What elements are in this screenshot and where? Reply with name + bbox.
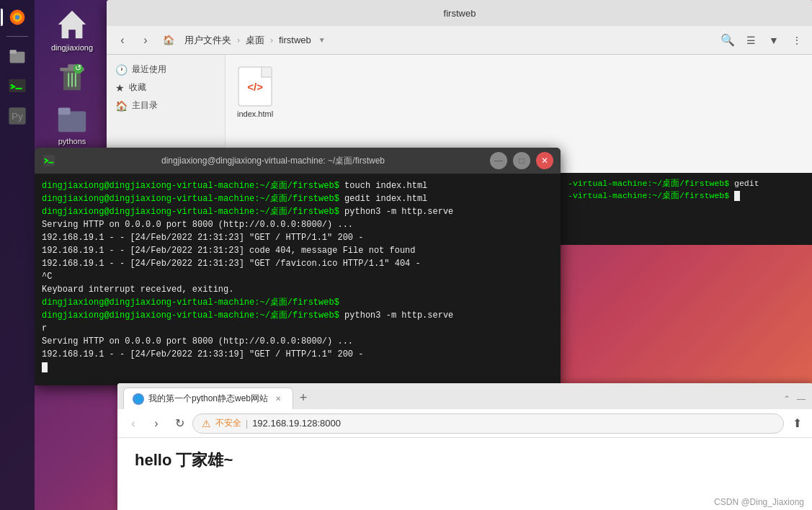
browser-tab-title: 我的第一个python静态web网站: [148, 393, 268, 405]
browser-tab-active[interactable]: 🌐 我的第一个python静态web网站 ✕: [123, 388, 293, 409]
fm-breadcrumb-userfolder[interactable]: 用户文件夹: [180, 32, 236, 48]
taskbar-icon-python[interactable]: Py: [3, 102, 32, 130]
terminal-icon: [42, 153, 56, 168]
browser-window: 🌐 我的第一个python静态web网站 ✕ + ⌃ — ‹ › ↻ ⚠ 不安全…: [117, 383, 812, 510]
fm-file-indexhtml-icon: </>: [238, 66, 272, 107]
taskbar-icon-firefox[interactable]: [3, 3, 32, 32]
svg-text:Py: Py: [12, 111, 23, 122]
term-line-1: dingjiaxiong@dingjiaxiong-virtual-machin…: [42, 179, 553, 192]
browser-refresh-button[interactable]: ↻: [169, 413, 189, 434]
term2-line2: -virtual-machine:~/桌面/firstweb$: [568, 189, 806, 202]
fm-sidebar-home-label: 主目录: [132, 99, 158, 112]
fm-sidebar-recent[interactable]: 🕐 最近使用: [107, 61, 225, 79]
url-warning-text: 不安全: [215, 417, 241, 429]
svg-rect-4: [10, 50, 17, 53]
fm-breadcrumb-dropdown-icon[interactable]: ▼: [318, 36, 326, 44]
term-output-12: r: [42, 322, 553, 335]
term-output-14: 192.168.19.1 - - [24/Feb/2022 21:33:19] …: [42, 348, 553, 361]
desktop-icon-pythons[interactable]: pythons: [43, 101, 101, 146]
taskbar-icon-files[interactable]: [3, 41, 32, 70]
fm-sidebar-favorites-icon: ★: [115, 82, 125, 94]
desktop-icons-area: dingjiaxiong ↺ pythons: [43, 7, 101, 146]
term-output-8: ^C: [42, 270, 553, 283]
browser-newtab-button[interactable]: +: [293, 388, 313, 408]
fm-breadcrumb-home-icon[interactable]: 🏠: [159, 33, 179, 47]
term-output-7: 192.168.19.1 - - [24/Feb/2022 21:31:23] …: [42, 257, 553, 270]
fm-file-indexhtml[interactable]: </> index.html: [237, 66, 273, 118]
fm-file-indexhtml-name: index.html: [237, 109, 273, 118]
term-cmd-2: gedit index.html: [344, 194, 427, 204]
term-line-3: dingjiaxiong@dingjiaxiong-virtual-machin…: [42, 205, 553, 218]
fm-view-options-button[interactable]: ▼: [764, 30, 784, 50]
fm-sidebar-home-icon: 🏠: [115, 100, 128, 112]
url-separator: |: [246, 419, 248, 429]
term2-cmd1: gedit: [734, 179, 759, 188]
fm-sidebar-recent-label: 最近使用: [132, 63, 166, 76]
term-prompt-2: dingjiaxiong@dingjiaxiong-virtual-machin…: [42, 194, 339, 204]
browser-minimize-button[interactable]: —: [795, 393, 807, 405]
browser-urlbar: ‹ › ↻ ⚠ 不安全 | 192.168.19.128:8000 ⬆: [117, 409, 812, 438]
term2-cursor: [734, 191, 740, 201]
terminal-maximize-button[interactable]: □: [513, 152, 530, 169]
fm-breadcrumb-firstweb[interactable]: firstweb: [275, 33, 316, 47]
term-prompt-10: dingjiaxiong@dingjiaxiong-virtual-machin…: [42, 298, 339, 308]
svg-point-2: [15, 15, 19, 19]
browser-tabbar: 🌐 我的第一个python静态web网站 ✕ + ⌃ —: [117, 383, 812, 409]
fm-sidebar-favorites-label: 收藏: [129, 81, 146, 94]
fm-titlebar: firstweb: [107, 0, 812, 26]
browser-forward-button[interactable]: ›: [146, 413, 166, 434]
fm-breadcrumb-sep1: ›: [237, 35, 240, 45]
terminal2-window: -virtual-machine:~/桌面/firstweb$ gedit -v…: [561, 173, 812, 245]
term2-prompt2: -virtual-machine:~/桌面/firstweb$: [568, 191, 729, 200]
term-prompt-11: dingjiaxiong@dingjiaxiong-virtual-machin…: [42, 310, 339, 321]
desktop-icon-home[interactable]: dingjiaxiong: [43, 7, 101, 52]
term-cmd-11: python3 -m http.serve: [344, 310, 453, 321]
fm-toolbar-right: 🔍 ☰ ▼ ⋮: [718, 30, 807, 50]
term-output-5: 192.168.19.1 - - [24/Feb/2022 21:31:23] …: [42, 231, 553, 244]
fm-sidebar-home[interactable]: 🏠 主目录: [107, 97, 225, 115]
term-cmd-1: touch index.html: [344, 181, 427, 191]
term-cursor-line: [42, 361, 553, 374]
terminal2-body: -virtual-machine:~/桌面/firstweb$ gedit -v…: [561, 173, 812, 207]
term-cursor: [42, 362, 48, 372]
fm-view-list-button[interactable]: ☰: [741, 30, 761, 50]
term-output-9: Keyboard interrupt received, exiting.: [42, 283, 553, 296]
url-warning-icon: ⚠: [202, 418, 211, 429]
taskbar: Py: [0, 0, 35, 510]
taskbar-icon-terminal[interactable]: [3, 71, 32, 100]
terminal-minimize-button[interactable]: —: [490, 152, 507, 169]
terminal-close-button[interactable]: ✕: [536, 152, 553, 169]
svg-marker-9: [58, 11, 86, 38]
tab-close-button[interactable]: ✕: [272, 393, 284, 405]
term-output-4: Serving HTTP on 0.0.0.0 port 8000 (http:…: [42, 218, 553, 231]
fm-toolbar: ‹ › 🏠 用户文件夹 › 桌面 › firstweb ▼ 🔍 ☰ ▼ ⋮: [107, 26, 812, 55]
browser-url-bar[interactable]: ⚠ 不安全 | 192.168.19.128:8000: [192, 413, 784, 434]
fm-sidebar-favorites[interactable]: ★ 收藏: [107, 79, 225, 97]
browser-collapse-button[interactable]: ⌃: [781, 393, 793, 405]
fm-sidebar-recent-icon: 🕐: [115, 64, 128, 76]
fm-menu-button[interactable]: ⋮: [787, 30, 807, 50]
term-cmd-3: python3 -m http.serve: [344, 207, 453, 217]
desktop-icon-trash[interactable]: ↺: [43, 59, 101, 94]
fm-back-button[interactable]: ‹: [112, 30, 133, 50]
fm-search-button[interactable]: 🔍: [718, 30, 738, 50]
browser-back-button[interactable]: ‹: [123, 413, 143, 434]
terminal-body[interactable]: dingjiaxiong@dingjiaxiong-virtual-machin…: [35, 174, 561, 385]
browser-footer-text: CSDN @Ding_Jiaxiong: [714, 497, 804, 507]
browser-url-text: 192.168.19.128:8000: [252, 418, 341, 429]
fm-forward-button[interactable]: ›: [135, 30, 156, 50]
browser-page-content: hello 丁家雄~: [135, 451, 233, 469]
term-prompt-3: dingjiaxiong@dingjiaxiong-virtual-machin…: [42, 207, 339, 217]
fm-breadcrumb-desktop[interactable]: 桌面: [241, 32, 269, 48]
fm-breadcrumb: 🏠 用户文件夹 › 桌面 › firstweb ▼: [159, 32, 715, 48]
term-output-6: 192.168.19.1 - - [24/Feb/2022 21:31:23] …: [42, 244, 553, 257]
svg-rect-20: [43, 155, 55, 166]
browser-share-button[interactable]: ⬆: [787, 413, 807, 434]
term-output-13: Serving HTTP on 0.0.0.0 port 8000 (http:…: [42, 335, 553, 348]
home-icon-label: dingjiaxiong: [51, 43, 93, 52]
svg-rect-19: [58, 108, 71, 115]
svg-text:↺: ↺: [75, 63, 81, 72]
terminal-title: dingjiaxiong@dingjiaxiong-virtual-machin…: [62, 155, 484, 167]
term-line-2: dingjiaxiong@dingjiaxiong-virtual-machin…: [42, 192, 553, 205]
pythons-icon-label: pythons: [58, 137, 86, 146]
